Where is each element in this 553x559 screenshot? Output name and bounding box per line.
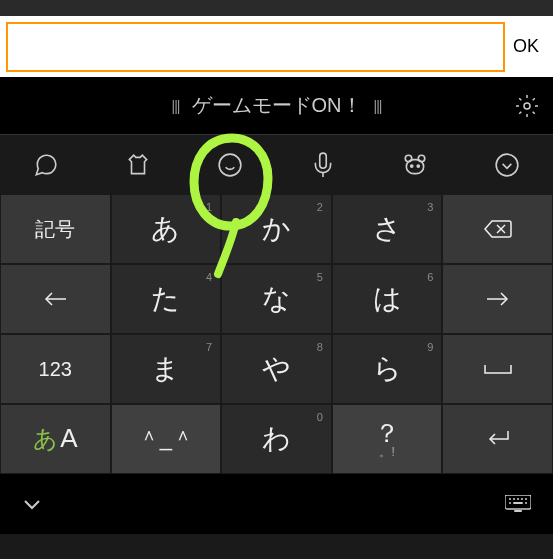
key-a[interactable]: あ1 (112, 195, 221, 263)
svg-point-17 (513, 498, 515, 500)
next-suggestion-icon[interactable]: ||| (374, 98, 382, 114)
key-ka[interactable]: か2 (222, 195, 331, 263)
key-na[interactable]: な5 (222, 265, 331, 333)
symbols-key[interactable]: 記号 (1, 195, 110, 263)
space-key[interactable] (443, 335, 552, 403)
keyboard: 記号 あ1 か2 さ3 た4 な5 は6 123 ま7 や8 ら9 あA ＾_＾… (0, 194, 553, 474)
right-arrow-key[interactable] (443, 265, 552, 333)
chat-icon[interactable] (0, 135, 92, 194)
suggestion-text[interactable]: ゲームモードON！ (192, 92, 362, 119)
key-ha[interactable]: は6 (333, 265, 442, 333)
svg-point-16 (509, 498, 511, 500)
svg-point-22 (525, 502, 527, 504)
svg-point-8 (410, 165, 412, 167)
key-ra[interactable]: ら9 (333, 335, 442, 403)
svg-point-21 (509, 502, 511, 504)
mic-icon[interactable] (277, 135, 369, 194)
kaomoji-key[interactable]: ＾_＾ (112, 405, 221, 473)
suggestion-bar: ||| ゲームモードON！ ||| (0, 77, 553, 134)
text-input[interactable] (6, 22, 505, 72)
numbers-key[interactable]: 123 (1, 335, 110, 403)
punctuation-key[interactable]: ？。! (333, 405, 442, 473)
svg-rect-7 (406, 159, 423, 173)
input-area: OK (0, 16, 553, 77)
chevron-down-icon[interactable] (461, 135, 553, 194)
svg-point-19 (521, 498, 523, 500)
emoji-icon[interactable] (184, 135, 276, 194)
key-ma[interactable]: ま7 (112, 335, 221, 403)
key-wa[interactable]: わ0 (222, 405, 331, 473)
key-sa[interactable]: さ3 (333, 195, 442, 263)
svg-point-1 (220, 154, 242, 176)
top-strip (0, 0, 553, 16)
svg-point-9 (417, 165, 419, 167)
svg-point-18 (517, 498, 519, 500)
language-key[interactable]: あA (1, 405, 110, 473)
svg-point-10 (496, 154, 518, 176)
key-ya[interactable]: や8 (222, 335, 331, 403)
svg-point-0 (524, 103, 530, 109)
prev-suggestion-icon[interactable]: ||| (172, 98, 180, 114)
svg-point-20 (525, 498, 527, 500)
bear-icon[interactable] (369, 135, 461, 194)
settings-icon[interactable] (515, 94, 539, 118)
svg-rect-23 (513, 502, 523, 504)
collapse-icon[interactable] (22, 497, 42, 511)
toolbar (0, 134, 553, 194)
key-ta[interactable]: た4 (112, 265, 221, 333)
left-arrow-key[interactable] (1, 265, 110, 333)
svg-rect-24 (514, 510, 522, 512)
keyboard-switch-icon[interactable] (505, 495, 531, 513)
enter-key[interactable] (443, 405, 552, 473)
bottom-bar (0, 474, 553, 534)
shirt-icon[interactable] (92, 135, 184, 194)
backspace-key[interactable] (443, 195, 552, 263)
ok-button[interactable]: OK (505, 36, 547, 57)
